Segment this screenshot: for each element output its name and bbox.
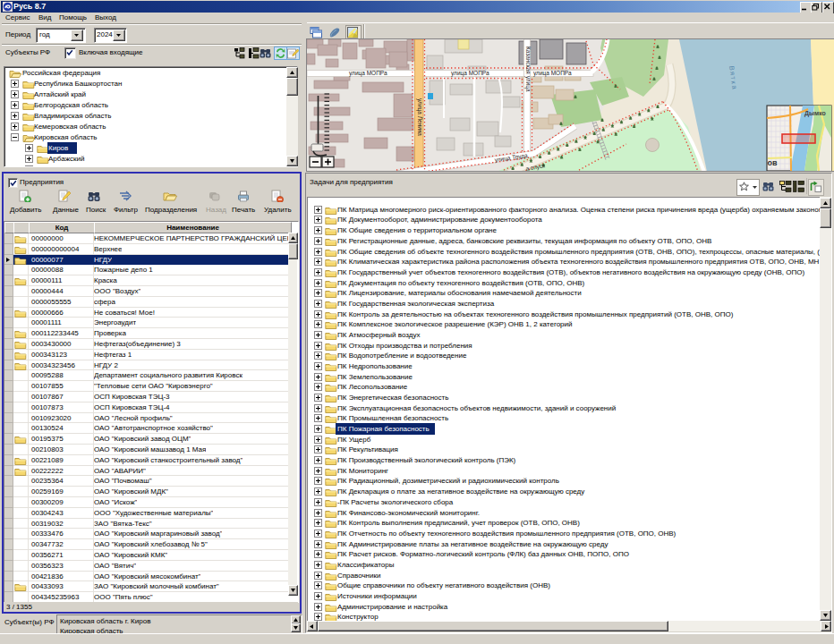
svg-text:улица МОПРа: улица МОПРа — [349, 70, 387, 77]
svg-text:улица МОПРа: улица МОПРа — [451, 70, 489, 77]
svg-text:Казанская улица: Казанская улица — [524, 47, 532, 92]
svg-text:улица Ленина: улица Ленина — [416, 98, 423, 136]
svg-text:ов: ов — [768, 158, 778, 167]
svg-text:Дымко: Дымко — [804, 110, 826, 117]
svg-text:улица МОПРа: улица МОПРа — [533, 70, 572, 77]
